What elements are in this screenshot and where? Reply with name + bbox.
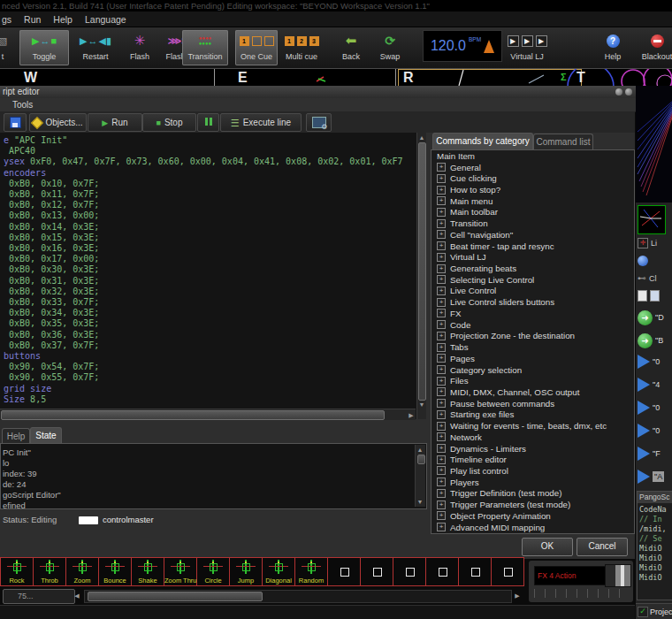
expand-icon[interactable]: +: [437, 365, 446, 374]
tree-item[interactable]: +Virtual LJ: [431, 251, 634, 263]
tree-item[interactable]: +Tabs: [431, 341, 634, 353]
tree-item[interactable]: +Cell "navigation": [431, 229, 634, 241]
expand-icon[interactable]: +: [437, 186, 446, 195]
expand-icon[interactable]: +: [437, 410, 446, 419]
tree-item[interactable]: +MIDI, DMX, Channel, OSC output: [431, 386, 634, 398]
tree-item[interactable]: +Trigger Definition (test mode): [431, 488, 634, 500]
cue-cell-letter[interactable]: E: [238, 70, 248, 86]
fx-cell-random[interactable]: Random: [295, 557, 328, 586]
expand-icon[interactable]: +: [437, 466, 446, 475]
expand-icon[interactable]: +: [437, 298, 446, 307]
expand-icon[interactable]: +: [437, 332, 446, 340]
pause-button[interactable]: [197, 113, 219, 132]
multi-cue-button[interactable]: 123 Multi cue: [279, 30, 324, 65]
expand-icon[interactable]: +: [437, 287, 446, 295]
expand-icon[interactable]: +: [437, 354, 446, 363]
tree-item[interactable]: +Dynamics - Limiters: [431, 443, 634, 455]
expand-icon[interactable]: +: [437, 174, 446, 183]
fx-cell-empty[interactable]: [459, 557, 492, 586]
fx-cell-empty[interactable]: [328, 557, 361, 586]
help-button[interactable]: ? Help: [594, 30, 631, 65]
fx-cell-throb[interactable]: Throb: [34, 557, 66, 586]
fx-cell-empty[interactable]: [361, 557, 393, 586]
fx-cell-empty[interactable]: [426, 557, 459, 586]
tree-item[interactable]: +Selecting Live Control: [431, 274, 634, 286]
tree-item[interactable]: +Beat timer - tap and resync: [431, 241, 634, 252]
fx-cell-empty[interactable]: [393, 557, 426, 586]
play-cue-button[interactable]: "F: [638, 445, 672, 462]
restart-button[interactable]: ▶↔◀▮ Restart: [73, 30, 118, 65]
expand-icon[interactable]: +: [437, 309, 446, 317]
expand-icon[interactable]: +: [437, 489, 446, 498]
save-button[interactable]: [4, 113, 27, 132]
fx-action-ticks[interactable]: [534, 589, 628, 598]
expand-icon[interactable]: +: [437, 511, 446, 520]
tree-item[interactable]: +Trigger Parameters (test mode): [431, 499, 634, 510]
play-cue-button[interactable]: "0: [638, 353, 672, 371]
cue-cell-letter[interactable]: T: [577, 70, 585, 86]
dialog-titlebar[interactable]: ript editor: [0, 86, 638, 98]
expand-icon[interactable]: +: [437, 478, 446, 486]
tree-item[interactable]: +Pages: [431, 353, 634, 364]
virtual-lj-button[interactable]: ▶▶▶ Virtual LJ: [504, 30, 550, 65]
tree-item[interactable]: +Live Control: [431, 286, 634, 297]
control-row[interactable]: ⊷ Cl: [638, 271, 672, 285]
tree-item[interactable]: +Cue clicking: [431, 172, 634, 184]
expand-icon[interactable]: +: [437, 399, 446, 408]
go-button[interactable]: ➜"B: [638, 332, 672, 349]
tree-item[interactable]: +Network: [431, 432, 634, 443]
fx-action-slider[interactable]: [605, 564, 631, 587]
tab-state[interactable]: State: [30, 427, 62, 444]
tree-root[interactable]: Main Item: [431, 150, 634, 162]
code-editor[interactable]: e "APC Init" APC40ysex 0xF0, 0x47, 0x7F,…: [0, 133, 425, 419]
tab-commands-by-category[interactable]: Commands by category: [432, 133, 533, 149]
clipped-toolbar-button[interactable]: ▧ t: [0, 30, 16, 65]
tree-item[interactable]: +How to stop?: [431, 184, 634, 195]
fx-cell-jump[interactable]: Jump: [230, 557, 263, 586]
tree-item[interactable]: +Pause between commands: [431, 398, 634, 409]
stop-button[interactable]: ■ Stop: [142, 113, 196, 132]
cue-cell-letter[interactable]: W: [24, 70, 37, 86]
expand-icon[interactable]: +: [437, 523, 446, 531]
tree-item[interactable]: +Code: [431, 319, 634, 331]
tree-item[interactable]: +Play list control: [431, 465, 634, 477]
expand-icon[interactable]: +: [437, 455, 446, 464]
expand-icon[interactable]: +: [437, 196, 446, 205]
expand-icon[interactable]: +: [437, 253, 446, 262]
toggle-button[interactable]: ▶↔■ Toggle: [19, 30, 69, 65]
tree-item[interactable]: +Main menu: [431, 195, 634, 207]
run-button[interactable]: ▶ Run: [88, 113, 142, 132]
code-hscrollbar[interactable]: ▶: [0, 409, 416, 420]
file-buttons-row[interactable]: [638, 289, 672, 302]
tree-item[interactable]: +Files: [431, 375, 634, 386]
fx-cell-bounce[interactable]: Bounce: [99, 557, 132, 586]
expand-icon[interactable]: +: [437, 264, 446, 273]
expand-icon[interactable]: +: [437, 219, 446, 228]
one-cue-button[interactable]: 1 One Cue: [235, 30, 278, 65]
transition-button[interactable]: ●●●●●●●● Transition: [182, 30, 228, 65]
tree-item[interactable]: +Waiting for events - time, beats, dmx, …: [431, 420, 634, 432]
tree-item[interactable]: +Live Control sliders buttons: [431, 296, 634, 308]
fx-cell-diagonal[interactable]: Diagonal: [263, 557, 295, 586]
grid-hscrollbar[interactable]: [84, 590, 512, 603]
fx-cell-shake[interactable]: Shake: [132, 557, 164, 586]
tree-item[interactable]: +FX: [431, 308, 634, 319]
tree-item[interactable]: +Generating beats: [431, 263, 634, 274]
menu-item-language[interactable]: Language: [85, 14, 126, 25]
bpm-display[interactable]: 120.0 BPM: [423, 30, 502, 62]
expand-icon[interactable]: +: [437, 320, 446, 329]
tree-item[interactable]: +Category selection: [431, 364, 634, 376]
grid-value-input[interactable]: 75...: [3, 589, 75, 604]
expand-icon[interactable]: +: [437, 422, 446, 431]
code-vscrollbar[interactable]: ▲ ▼: [416, 133, 426, 419]
dialog-titlebar-icon[interactable]: [625, 88, 632, 96]
state-vscrollbar[interactable]: ▲ ▼: [415, 445, 425, 507]
tree-item[interactable]: +Projection Zone - the destination: [431, 331, 634, 342]
menu-item-help[interactable]: Help: [53, 14, 73, 25]
cue-cell-letter[interactable]: R: [403, 70, 414, 86]
fx-cell-zoom[interactable]: Zoom: [66, 557, 99, 586]
expand-icon[interactable]: +: [437, 208, 446, 217]
menu-item-run[interactable]: Run: [24, 14, 41, 25]
expand-icon[interactable]: +: [437, 444, 446, 453]
script-monitor-button[interactable]: [306, 113, 332, 132]
